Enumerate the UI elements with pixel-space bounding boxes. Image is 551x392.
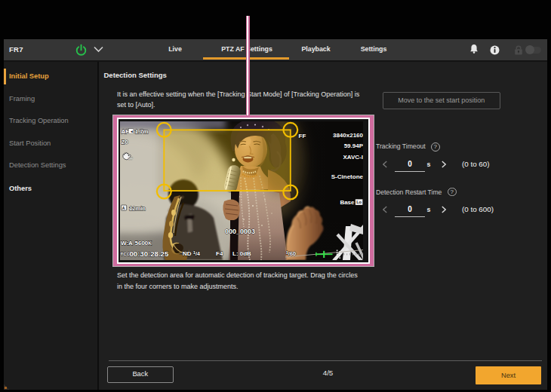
svg-text:12min: 12min xyxy=(129,205,146,212)
svg-text:Z0: Z0 xyxy=(122,138,129,145)
svg-text:S-Cinetone: S-Cinetone xyxy=(331,173,363,180)
svg-text:00:30:28.25: 00:30:28.25 xyxy=(130,249,169,257)
svg-text:000_0003: 000_0003 xyxy=(225,227,255,234)
svg-text:59.94P: 59.94P xyxy=(344,142,363,149)
svg-text:ND 1/4: ND 1/4 xyxy=(183,250,200,256)
svg-text:W:A: W:A xyxy=(121,239,133,246)
svg-text:AF: AF xyxy=(122,128,130,135)
svg-text:F4: F4 xyxy=(216,250,223,257)
svg-text:3840x2160: 3840x2160 xyxy=(333,132,363,139)
svg-text:1.7m: 1.7m xyxy=(135,128,149,135)
svg-text:OFF: OFF xyxy=(128,158,133,161)
svg-text:A: A xyxy=(122,205,125,210)
svg-text:5600K: 5600K xyxy=(135,239,152,246)
svg-text:L: 0dB: L: 0dB xyxy=(232,250,251,257)
svg-text:◄: ◄ xyxy=(130,129,134,133)
svg-text:FF: FF xyxy=(299,133,306,139)
svg-text:Lo: Lo xyxy=(357,200,362,204)
svg-text:Base: Base xyxy=(340,199,356,206)
svg-text:XAVC-I: XAVC-I xyxy=(343,153,364,160)
